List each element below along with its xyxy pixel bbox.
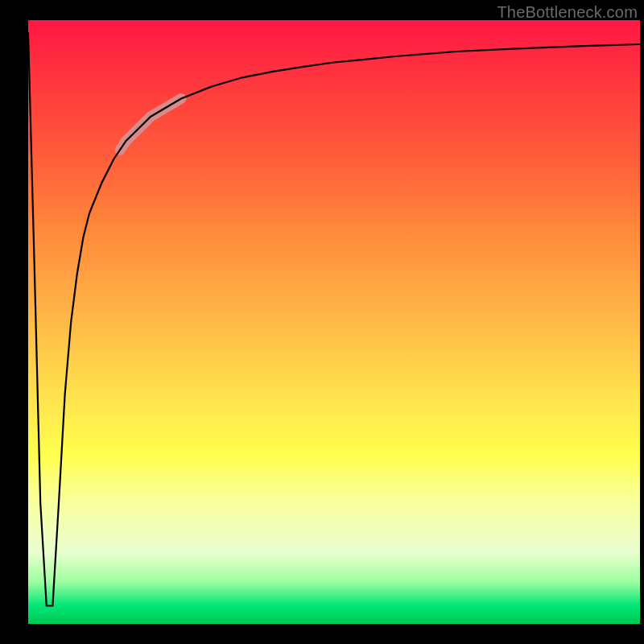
chart-container: TheBottleneck.com [0,0,644,644]
bottleneck-curve [28,32,640,606]
highlight-segment [120,99,181,151]
curve-layer [28,20,640,624]
watermark-text: TheBottleneck.com [497,3,638,22]
plot-area [28,20,640,624]
